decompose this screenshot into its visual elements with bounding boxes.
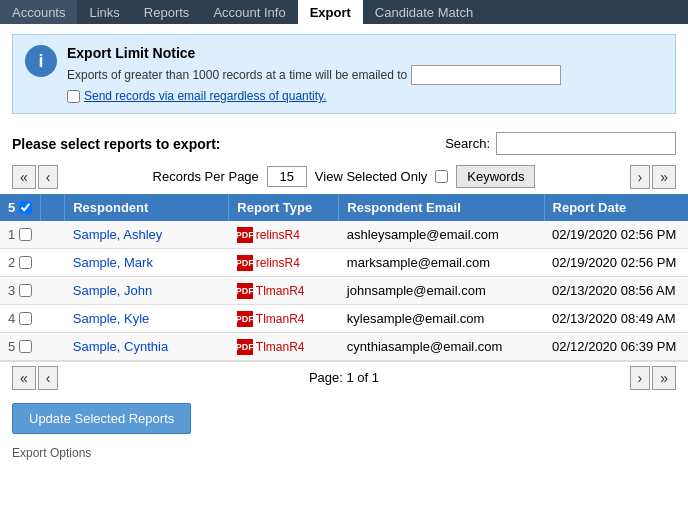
email-input[interactable] [411, 65, 561, 85]
page-label: Page: 1 of 1 [309, 370, 379, 385]
nav-btns-left-bottom: « ‹ [12, 366, 58, 390]
pdf-square: PDF [237, 227, 253, 243]
table-row: 4 Sample, Kyle PDF TlmanR4 kylesample@em… [0, 305, 688, 333]
pdf-icon: PDF relinsR4 [237, 255, 300, 271]
nav-links[interactable]: Links [77, 0, 131, 24]
col-header-email: Respondent Email [339, 194, 544, 221]
nav-export[interactable]: Export [298, 0, 363, 24]
keywords-button[interactable]: Keywords [456, 165, 535, 188]
select-all-checkbox[interactable] [19, 201, 32, 214]
row-number: 2 [8, 255, 15, 270]
row-checkbox[interactable] [19, 256, 32, 269]
last-page-btn-top[interactable]: » [652, 165, 676, 189]
respondent-link[interactable]: Sample, Cynthia [73, 339, 168, 354]
nav-candidate-match[interactable]: Candidate Match [363, 0, 485, 24]
row-checkbox[interactable] [19, 340, 32, 353]
row-email-cell: johnsample@email.com [339, 277, 544, 305]
respondent-link[interactable]: Sample, Ashley [73, 227, 163, 242]
row-checkbox[interactable] [19, 312, 32, 325]
notice-text-before: Exports of greater than 1000 records at … [67, 68, 407, 82]
pdf-icon: PDF TlmanR4 [237, 283, 305, 299]
pdf-square: PDF [237, 283, 253, 299]
prev-page-btn-top[interactable]: ‹ [38, 165, 59, 189]
search-area: Search: [445, 132, 676, 155]
table-row: 5 Sample, Cynthia PDF TlmanR4 cynthiasam… [0, 333, 688, 361]
pagination-row: « ‹ Page: 1 of 1 › » [0, 361, 688, 393]
row-num-cell: 2 [0, 249, 41, 277]
nav-accounts[interactable]: Accounts [0, 0, 77, 24]
pdf-icon: PDF TlmanR4 [237, 311, 305, 327]
pdf-icon: PDF relinsR4 [237, 227, 300, 243]
row-report-type-cell: PDF TlmanR4 [229, 305, 339, 333]
row-checkbox[interactable] [19, 284, 32, 297]
first-page-btn-bottom[interactable]: « [12, 366, 36, 390]
row-name-cell: Sample, Ashley [65, 221, 229, 249]
row-report-type-cell: PDF relinsR4 [229, 221, 339, 249]
row-icon-cell [41, 221, 65, 249]
respondent-link[interactable]: Sample, Kyle [73, 311, 150, 326]
nav-account-info[interactable]: Account Info [201, 0, 297, 24]
notice-checkbox-label[interactable]: Send records via email regardless of qua… [84, 89, 327, 103]
search-label: Search: [445, 136, 490, 151]
respondent-link[interactable]: Sample, Mark [73, 255, 153, 270]
row-num-cell: 1 [0, 221, 41, 249]
first-page-btn-top[interactable]: « [12, 165, 36, 189]
nav-btns-left-top: « ‹ [12, 165, 58, 189]
col-header-date: Report Date [544, 194, 688, 221]
row-report-type-cell: PDF relinsR4 [229, 249, 339, 277]
row-email-cell: marksample@email.com [339, 249, 544, 277]
controls-center: Records Per Page View Selected Only Keyw… [153, 165, 536, 188]
row-email-cell: kylesample@email.com [339, 305, 544, 333]
row-icon-cell [41, 277, 65, 305]
row-number: 3 [8, 283, 15, 298]
pdf-icon: PDF TlmanR4 [237, 339, 305, 355]
row-date-cell: 02/13/2020 08:49 AM [544, 305, 688, 333]
row-num-cell: 4 [0, 305, 41, 333]
row-date-cell: 02/19/2020 02:56 PM [544, 249, 688, 277]
email-checkbox[interactable] [67, 90, 80, 103]
table-row: 2 Sample, Mark PDF relinsR4 marksample@e… [0, 249, 688, 277]
export-notice: i Export Limit Notice Exports of greater… [12, 34, 676, 114]
table-row: 3 Sample, John PDF TlmanR4 johnsample@em… [0, 277, 688, 305]
col-header-check [41, 194, 65, 221]
row-number: 1 [8, 227, 15, 242]
row-checkbox[interactable] [19, 228, 32, 241]
row-number: 5 [8, 339, 15, 354]
nav-reports[interactable]: Reports [132, 0, 202, 24]
table-row: 1 Sample, Ashley PDF relinsR4 ashleysamp… [0, 221, 688, 249]
export-sub-label: Export Options [0, 444, 688, 468]
last-page-btn-bottom[interactable]: » [652, 366, 676, 390]
select-label: Please select reports to export: [12, 136, 221, 152]
header-count: 5 [8, 200, 15, 215]
row-email-cell: ashleysample@email.com [339, 221, 544, 249]
nav-btns-right-bottom: › » [630, 366, 676, 390]
row-date-cell: 02/12/2020 06:39 PM [544, 333, 688, 361]
notice-title: Export Limit Notice [67, 45, 663, 61]
pdf-square: PDF [237, 255, 253, 271]
next-page-btn-bottom[interactable]: › [630, 366, 651, 390]
row-num-cell: 3 [0, 277, 41, 305]
pdf-square: PDF [237, 311, 253, 327]
update-selected-button[interactable]: Update Selected Reports [12, 403, 191, 434]
col-header-report-type: Report Type [229, 194, 339, 221]
search-input[interactable] [496, 132, 676, 155]
notice-content: Export Limit Notice Exports of greater t… [67, 45, 663, 103]
prev-page-btn-bottom[interactable]: ‹ [38, 366, 59, 390]
records-per-page-input[interactable] [267, 166, 307, 187]
row-name-cell: Sample, Mark [65, 249, 229, 277]
row-number: 4 [8, 311, 15, 326]
row-num-cell: 5 [0, 333, 41, 361]
row-report-type-cell: PDF TlmanR4 [229, 333, 339, 361]
respondent-link[interactable]: Sample, John [73, 283, 153, 298]
row-date-cell: 02/13/2020 08:56 AM [544, 277, 688, 305]
view-selected-checkbox[interactable] [435, 170, 448, 183]
report-type-label: relinsR4 [256, 256, 300, 270]
controls-row: « ‹ Records Per Page View Selected Only … [0, 159, 688, 194]
top-nav: Accounts Links Reports Account Info Expo… [0, 0, 688, 24]
data-table: 5 Respondent Report Type Respondent Emai… [0, 194, 688, 361]
records-per-page-label: Records Per Page [153, 169, 259, 184]
notice-icon: i [25, 45, 57, 77]
col-header-respondent: Respondent [65, 194, 229, 221]
next-page-btn-top[interactable]: › [630, 165, 651, 189]
row-name-cell: Sample, Kyle [65, 305, 229, 333]
